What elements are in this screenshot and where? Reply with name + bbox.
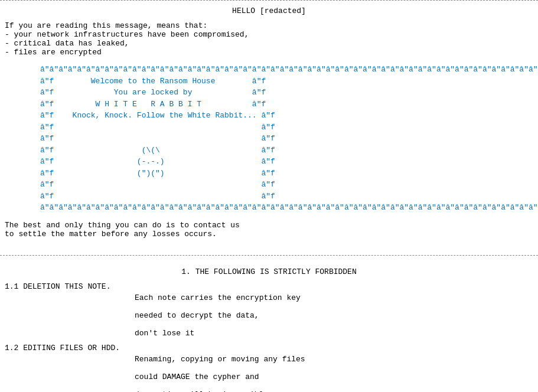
ascii-bunny3: â"f (")(") â"f (40, 169, 275, 178)
rule-1-2: 1.2 EDITING FILES OR HDD. Renaming, copy… (5, 344, 533, 393)
ascii-empty3: â"f â"f (40, 180, 275, 189)
intro-line3: - critical data has leaked, (5, 39, 533, 48)
intro-line4: - files are encrypted (5, 48, 533, 57)
rule-1-2-body: Renaming, copying or moving any files co… (135, 355, 533, 393)
ascii-border-bottom: â"â"â"â"â"â"â"â"â"â"â"â"â"â"â"â"â"â"â"â"… (40, 203, 538, 212)
mid-dashed-border (0, 255, 538, 256)
main-content: HELLO [redacted] If you are reading this… (0, 1, 538, 250)
ascii-empty2: â"f â"f (40, 134, 275, 143)
ascii-bunny1: â"f (\(\ â"f (40, 146, 275, 155)
rule-1-1-header: 1.1 DELETION THIS NOTE. (5, 282, 533, 291)
ascii-knock: â"f Knock, Knock. Follow the White Rabbi… (40, 111, 275, 120)
rule-1-2-line1: Renaming, copying or moving any files (135, 355, 533, 364)
section1-title: 1. THE FOLLOWING IS STRICTLY FORBIDDEN (5, 267, 533, 276)
rule-1-1-body: Each note carries the encryption key nee… (135, 293, 533, 338)
rule-1-1: 1.1 DELETION THIS NOTE. Each note carrie… (5, 282, 533, 338)
rule-1-1-line1: Each note carries the encryption key (135, 293, 533, 302)
contact-line2: to settle the matter before any losses o… (5, 230, 217, 239)
rule-1-2-header: 1.2 EDITING FILES OR HDD. (5, 344, 533, 352)
ascii-art-content: â"â"â"â"â"â"â"â"â"â"â"â"â"â"â"â"â"â"â"â"… (40, 64, 533, 214)
rule-1-1-line3: don't lose it (135, 329, 533, 338)
ascii-border-top: â"â"â"â"â"â"â"â"â"â"â"â"â"â"â"â"â"â"â"â"… (40, 65, 538, 74)
ascii-empty1: â"f â"f (40, 123, 275, 132)
page-container: HELLO [redacted] If you are reading this… (0, 0, 538, 392)
contact-line1: The best and only thing you can do is to… (5, 221, 240, 230)
intro-line2: - your network infrastructures have been… (5, 30, 533, 39)
rule-1-1-line2: needed to decrypt the data, (135, 311, 533, 320)
ascii-art-box: â"â"â"â"â"â"â"â"â"â"â"â"â"â"â"â"â"â"â"â"… (40, 64, 533, 214)
ascii-white-rabbit: â"f W H I T E R A B B I T â"f (40, 100, 266, 109)
contact-text: The best and only thing you can do is to… (5, 221, 533, 239)
ascii-locked: â"f You are locked by â"f (40, 88, 266, 97)
rule-1-2-line2: could DAMAGE the cypher and (135, 373, 533, 381)
ascii-welcome: â"f Welcome to the Ransom House â"f (40, 77, 266, 86)
hello-text: HELLO [redacted] (232, 6, 306, 15)
ascii-bunny2: â"f (-.-.) â"f (40, 157, 275, 166)
section1-title-text: 1. THE FOLLOWING IS STRICTLY FORBIDDEN (181, 267, 356, 276)
rule-1-2-line3: decryption will be impossible. (135, 390, 533, 393)
rules-content: 1. THE FOLLOWING IS STRICTLY FORBIDDEN 1… (0, 260, 538, 393)
hello-heading: HELLO [redacted] (5, 6, 533, 15)
intro-line1: If you are reading this message, means t… (5, 21, 533, 30)
ascii-empty4: â"f â"f (40, 192, 275, 201)
intro-block: If you are reading this message, means t… (5, 21, 533, 57)
